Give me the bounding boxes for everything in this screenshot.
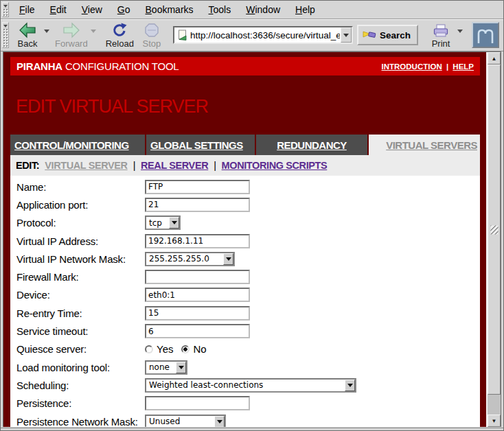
subnav-separator: | — [214, 160, 216, 171]
persistence-netmask-select[interactable]: Unused — [145, 415, 226, 428]
brand-bold: PIRANHA — [16, 60, 62, 72]
virtual-ip-netmask-label: Virtual IP Network Mask: — [16, 253, 145, 265]
scheduling-select-value: Weighted least-connections — [146, 380, 266, 390]
quiesce-yes-option[interactable]: Yes — [145, 343, 173, 355]
print-icon — [432, 22, 450, 38]
stop-button[interactable]: Stop — [136, 21, 168, 49]
header-link-separator: | — [444, 62, 450, 71]
edit-prefix: EDIT: — [16, 160, 39, 171]
search-button-label: Search — [380, 30, 411, 40]
menubar-grip-handle[interactable] — [2, 2, 9, 17]
radio-button-icon — [181, 345, 190, 353]
menu-go[interactable]: Go — [110, 2, 138, 17]
mozilla-m-icon — [475, 25, 496, 45]
print-dropdown-icon[interactable] — [457, 30, 463, 33]
grip-collapse-icon — [3, 23, 8, 28]
piranha-brand: PIRANHA CONFIGURATION TOOL — [16, 60, 179, 72]
tab-global-settings[interactable]: GLOBAL SETTINGS — [146, 135, 255, 155]
browser-window: File Edit View Go Bookmarks Tools Window… — [0, 0, 504, 431]
subnav-monitoring-scripts-link[interactable]: MONITORING SCRIPTS — [222, 160, 328, 171]
search-flashlight-icon — [363, 30, 376, 40]
subnav-real-server-link[interactable]: REAL SERVER — [141, 160, 208, 171]
help-link[interactable]: HELP — [453, 62, 474, 71]
firewall-mark-label: Firewall Mark: — [16, 271, 145, 283]
tab-virtual-servers[interactable]: VIRTUAL SERVERS — [369, 135, 480, 155]
scheduling-select[interactable]: Weighted least-connections — [145, 378, 356, 393]
forward-dropdown-icon[interactable] — [91, 30, 96, 33]
scrollbar-grip-icon — [490, 225, 498, 234]
mozilla-logo-button[interactable] — [472, 22, 499, 48]
form-row-quiesce-server: Quiesce server: Yes No — [10, 340, 480, 358]
menu-help[interactable]: Help — [288, 2, 323, 17]
forward-button-label: Forward — [55, 38, 88, 49]
scroll-up-button[interactable]: ▲ — [488, 52, 501, 65]
quiesce-no-option[interactable]: No — [181, 343, 206, 355]
reload-button[interactable]: Reload — [104, 21, 136, 49]
url-dropdown-button[interactable] — [341, 27, 352, 43]
search-button[interactable]: Search — [357, 25, 418, 45]
device-input[interactable] — [145, 288, 250, 302]
persistence-netmask-label: Persistence Network Mask: — [16, 416, 145, 428]
form-row-application-port: Application port: — [10, 196, 480, 213]
back-arrow-icon — [19, 22, 36, 38]
virtual-ip-netmask-select[interactable]: 255.255.255.0 — [145, 252, 235, 266]
scrollbar-thumb[interactable] — [488, 65, 501, 395]
menu-view[interactable]: View — [74, 2, 110, 17]
load-monitoring-label: Load monitoring tool: — [16, 362, 145, 373]
vertical-scrollbar: ▲ ▼ — [486, 52, 501, 427]
chevron-down-icon — [343, 34, 349, 37]
header-links: INTRODUCTION | HELP — [382, 62, 474, 71]
menu-tools[interactable]: Tools — [201, 2, 239, 17]
name-input[interactable] — [145, 180, 250, 194]
select-arrow-icon — [169, 217, 179, 229]
main-tabs: CONTROL/MONITORING GLOBAL SETTINGS REDUN… — [10, 135, 480, 155]
scroll-down-button[interactable]: ▼ — [488, 415, 501, 427]
persistence-input[interactable] — [145, 396, 250, 410]
select-arrow-icon — [223, 253, 233, 265]
brand-rest: CONFIGURATION TOOL — [62, 60, 179, 72]
tab-redundancy[interactable]: REDUNDANCY — [256, 135, 367, 155]
menu-edit[interactable]: Edit — [43, 2, 74, 17]
form-row-reentry-time: Re-entry Time: — [10, 304, 480, 322]
back-button[interactable]: Back — [12, 21, 43, 49]
name-label: Name: — [16, 181, 145, 193]
firewall-mark-input[interactable] — [145, 270, 250, 284]
application-port-input[interactable] — [145, 198, 250, 212]
scheduling-label: Scheduling: — [16, 380, 145, 391]
tab-control-monitoring[interactable]: CONTROL/MONITORING — [10, 135, 145, 155]
reentry-time-input[interactable] — [145, 306, 250, 321]
protocol-select[interactable]: tcp — [145, 216, 181, 230]
menu-bookmarks[interactable]: Bookmarks — [138, 2, 201, 17]
select-arrow-icon — [345, 380, 355, 391]
grip-collapse-icon — [3, 3, 8, 8]
quiesce-yes-label: Yes — [157, 343, 173, 355]
back-dropdown-icon[interactable] — [44, 30, 49, 33]
form-row-device: Device: — [10, 286, 480, 304]
load-monitoring-select[interactable]: none — [145, 360, 187, 375]
print-button[interactable]: Print — [425, 21, 457, 49]
piranha-header-bar: PIRANHA CONFIGURATION TOOL INTRODUCTION … — [10, 57, 480, 75]
virtual-ip-input[interactable] — [145, 234, 250, 248]
persistence-netmask-select-value: Unused — [146, 417, 183, 426]
forward-button[interactable]: Forward — [53, 21, 90, 49]
load-monitoring-select-value: none — [146, 362, 172, 372]
form-row-service-timeout: Service timeout: — [10, 322, 480, 340]
service-timeout-input[interactable] — [145, 324, 250, 338]
menu-file[interactable]: File — [12, 2, 43, 17]
url-input[interactable] — [190, 27, 341, 43]
scrollbar-track[interactable] — [488, 395, 501, 415]
browser-content: PIRANHA CONFIGURATION TOOL INTRODUCTION … — [3, 51, 501, 427]
menu-window[interactable]: Window — [238, 2, 288, 17]
subnav-virtual-server-link[interactable]: VIRTUAL SERVER — [45, 160, 127, 171]
url-bar — [173, 26, 353, 44]
stop-icon — [144, 22, 160, 38]
page-title: EDIT VIRTUAL SERVER — [16, 95, 480, 118]
subnav-separator: | — [133, 160, 135, 171]
persistence-label: Persistence: — [16, 397, 145, 409]
piranha-page: PIRANHA CONFIGURATION TOOL INTRODUCTION … — [3, 52, 486, 427]
introduction-link[interactable]: INTRODUCTION — [382, 62, 442, 71]
toolbar-grip-handle[interactable] — [2, 22, 9, 48]
window-bottom-frame — [1, 428, 503, 430]
page-proxy-icon[interactable] — [174, 30, 190, 40]
form-row-name: Name: — [10, 178, 480, 196]
